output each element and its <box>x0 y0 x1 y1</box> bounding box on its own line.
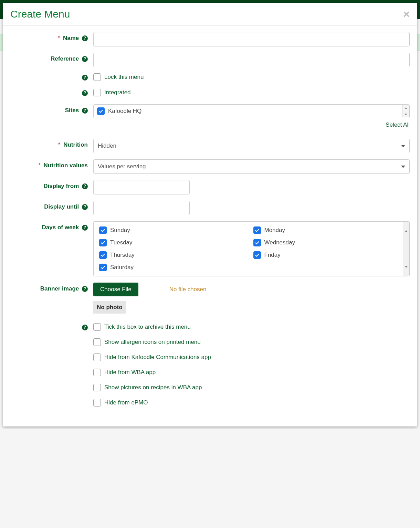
reference-label: Reference ? <box>10 53 93 62</box>
allergen-checkbox[interactable]: Show allergen icons on printed menu <box>93 338 410 346</box>
scrollbar[interactable] <box>403 222 409 276</box>
reference-input[interactable] <box>93 53 410 67</box>
modal-title: Create Menu <box>10 8 70 20</box>
nutrition-select[interactable]: Hidden <box>93 139 410 153</box>
photo-placeholder: No photo <box>93 301 126 314</box>
help-icon[interactable]: ? <box>82 325 88 330</box>
day-checkbox-friday[interactable]: Friday <box>253 251 404 259</box>
sites-spinner[interactable] <box>402 105 409 117</box>
day-checkbox-saturday[interactable]: Saturday <box>99 264 250 271</box>
modal-body: * Name ? Reference ? ? <box>3 26 417 426</box>
day-checkbox-monday[interactable]: Monday <box>253 226 404 234</box>
help-icon[interactable]: ? <box>82 90 88 96</box>
display-from-input[interactable] <box>93 180 190 194</box>
hide-comms-checkbox[interactable]: Hide from Kafoodle Communications app <box>93 353 410 361</box>
chevron-up-icon[interactable] <box>403 222 409 240</box>
day-checkbox-sunday[interactable]: Sunday <box>99 226 250 234</box>
archive-checkbox[interactable]: Tick this box to archive this menu <box>93 323 410 331</box>
nutrition-label: * Nutrition <box>10 139 93 148</box>
choose-file-button[interactable]: Choose File <box>93 283 138 296</box>
help-icon[interactable]: ? <box>82 204 88 210</box>
select-all-link[interactable]: Select All <box>93 122 410 128</box>
name-label: * Name ? <box>10 32 93 42</box>
integrated-label-col: ? <box>10 89 93 96</box>
lock-checkbox[interactable]: Lock this menu <box>93 73 144 81</box>
file-status: No file chosen <box>169 286 207 293</box>
day-checkbox-thursday[interactable]: Thursday <box>99 251 250 259</box>
banner-label: Banner image ? <box>10 283 93 292</box>
modal-header: Create Menu × <box>3 3 417 26</box>
help-icon[interactable]: ? <box>82 108 88 114</box>
archive-label-col: ? <box>10 323 93 331</box>
chevron-down-icon <box>401 166 405 168</box>
display-until-label: Display until ? <box>10 201 93 210</box>
sites-label: Sites ? <box>10 104 93 114</box>
close-icon[interactable]: × <box>403 9 410 20</box>
day-checkbox-wednesday[interactable]: Wednesday <box>253 239 404 246</box>
day-checkbox-tuesday[interactable]: Tuesday <box>99 239 250 246</box>
create-menu-modal: Create Menu × * Name ? Reference ? <box>3 3 417 426</box>
lock-label-col: ? <box>10 73 93 81</box>
help-icon[interactable]: ? <box>82 183 88 189</box>
help-icon[interactable]: ? <box>82 225 88 231</box>
chevron-down-icon <box>401 145 405 147</box>
nutrition-values-label: * Nutrition values <box>10 159 93 169</box>
sites-selector[interactable]: Kafoodle HQ <box>93 104 410 118</box>
required-asterisk: * <box>58 35 60 41</box>
help-icon[interactable]: ? <box>82 75 88 81</box>
hide-epmo-checkbox[interactable]: Hide from ePMO <box>93 399 410 406</box>
hide-wba-checkbox[interactable]: Hide from WBA app <box>93 369 410 376</box>
chevron-up-icon[interactable] <box>403 105 409 111</box>
chevron-down-icon[interactable] <box>403 111 409 117</box>
show-pics-checkbox[interactable]: Show pictures on recipes in WBA app <box>93 384 410 391</box>
help-icon[interactable]: ? <box>82 56 88 62</box>
nutrition-values-select[interactable]: Values per serving <box>93 159 410 174</box>
help-icon[interactable]: ? <box>82 286 88 292</box>
days-label: Days of week ? <box>10 221 93 231</box>
days-selector: SundayMondayTuesdayWednesdayThursdayFrid… <box>93 221 410 276</box>
display-until-input[interactable] <box>93 201 190 215</box>
help-icon[interactable]: ? <box>82 35 88 41</box>
required-asterisk: * <box>58 141 61 148</box>
display-from-label: Display from ? <box>10 180 93 190</box>
required-asterisk: * <box>38 162 41 169</box>
chevron-down-icon[interactable] <box>403 258 409 276</box>
integrated-checkbox[interactable]: Integrated <box>93 89 131 96</box>
name-input[interactable] <box>93 32 410 46</box>
